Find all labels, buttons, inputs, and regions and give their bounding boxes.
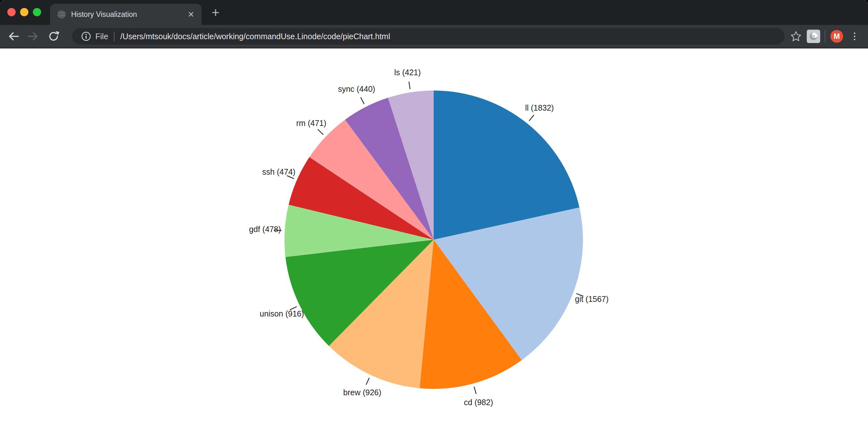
slice-label-rm: rm (471) — [296, 119, 326, 128]
slice-label-brew: brew (926) — [343, 388, 381, 397]
slice-label-ll: ll (1832) — [525, 103, 554, 112]
forward-arrow-icon — [27, 30, 39, 43]
browser-tab[interactable]: History Visualization ✕ — [50, 4, 202, 25]
toolbar-separator — [825, 30, 825, 43]
slice-tick-cd — [474, 387, 476, 394]
menu-button[interactable] — [847, 29, 862, 43]
slice-label-ls: ls (421) — [394, 68, 421, 77]
pie-chart-svg: ll (1832)git (1567)cd (982)brew (926)uni… — [0, 48, 868, 429]
extension-button[interactable] — [807, 30, 820, 43]
slice-tick-sync — [361, 97, 364, 104]
slice-label-sync: sync (440) — [338, 85, 375, 93]
url-text: /Users/mtsouk/docs/article/working/comma… — [120, 32, 776, 41]
reload-icon — [47, 30, 60, 43]
slice-label-unison: unison (916) — [259, 309, 304, 318]
extension-swirl-icon — [809, 32, 818, 41]
window-minimize-button[interactable] — [20, 8, 28, 16]
kebab-menu-icon — [849, 31, 860, 42]
browser-window: History Visualization ✕ + — [0, 0, 868, 430]
url-separator — [114, 32, 115, 41]
slice-label-cd: cd (982) — [464, 398, 493, 407]
page-content: ll (1832)git (1567)cd (982)brew (926)uni… — [0, 48, 868, 430]
page-info-icon[interactable] — [81, 31, 91, 41]
slice-label-gdf: gdf (478) — [249, 225, 281, 234]
slice-label-ssh: ssh (474) — [262, 167, 295, 176]
url-scheme-label: File — [95, 32, 108, 41]
window-zoom-button[interactable] — [33, 8, 41, 16]
bookmark-button[interactable] — [789, 29, 803, 43]
address-bar[interactable]: File /Users/mtsouk/docs/article/working/… — [72, 28, 784, 45]
profile-avatar[interactable]: M — [830, 30, 843, 43]
tab-close-icon[interactable]: ✕ — [186, 9, 196, 20]
globe-favicon-icon — [57, 10, 66, 19]
back-button[interactable] — [6, 29, 21, 43]
forward-button[interactable] — [26, 29, 40, 43]
new-tab-button[interactable]: + — [208, 6, 223, 21]
tab-strip: History Visualization ✕ + — [0, 0, 868, 25]
back-arrow-icon — [7, 30, 20, 43]
slice-tick-ls — [409, 81, 410, 89]
bookmark-star-icon — [790, 30, 802, 42]
window-controls — [7, 8, 41, 16]
slice-tick-brew — [366, 378, 369, 385]
slice-label-git: git (1567) — [575, 295, 609, 303]
slice-tick-ll — [529, 115, 534, 121]
slice-tick-rm — [318, 129, 323, 135]
reload-button[interactable] — [46, 29, 61, 43]
window-close-button[interactable] — [7, 8, 16, 16]
browser-toolbar: File /Users/mtsouk/docs/article/working/… — [0, 25, 868, 48]
tab-title: History Visualization — [71, 10, 186, 19]
toolbar-right: M — [789, 29, 862, 43]
